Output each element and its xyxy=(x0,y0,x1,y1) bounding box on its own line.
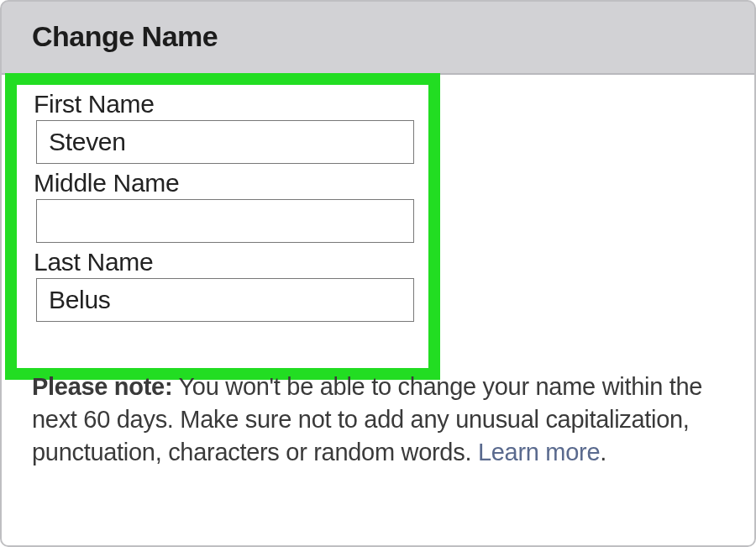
name-form: First Name Middle Name Last Name xyxy=(32,75,435,322)
note-bold-prefix: Please note: xyxy=(32,373,172,400)
last-name-input[interactable] xyxy=(36,278,414,322)
learn-more-link[interactable]: Learn more xyxy=(478,439,600,465)
middle-name-input[interactable] xyxy=(36,199,414,243)
middle-name-group: Middle Name xyxy=(32,169,435,243)
note-text: Please note: You won't be able to change… xyxy=(32,371,716,469)
panel-content: First Name Middle Name Last Name Please … xyxy=(2,75,754,545)
first-name-label: First Name xyxy=(32,90,435,118)
last-name-label: Last Name xyxy=(32,248,435,276)
change-name-panel: Change Name First Name Middle Name Last … xyxy=(0,0,756,547)
page-title: Change Name xyxy=(32,20,724,53)
note-period: . xyxy=(600,439,606,465)
last-name-group: Last Name xyxy=(32,248,435,322)
middle-name-label: Middle Name xyxy=(32,169,435,197)
note-section: Please note: You won't be able to change… xyxy=(32,371,724,469)
first-name-group: First Name xyxy=(32,90,435,164)
first-name-input[interactable] xyxy=(36,120,414,164)
panel-header: Change Name xyxy=(2,2,754,75)
